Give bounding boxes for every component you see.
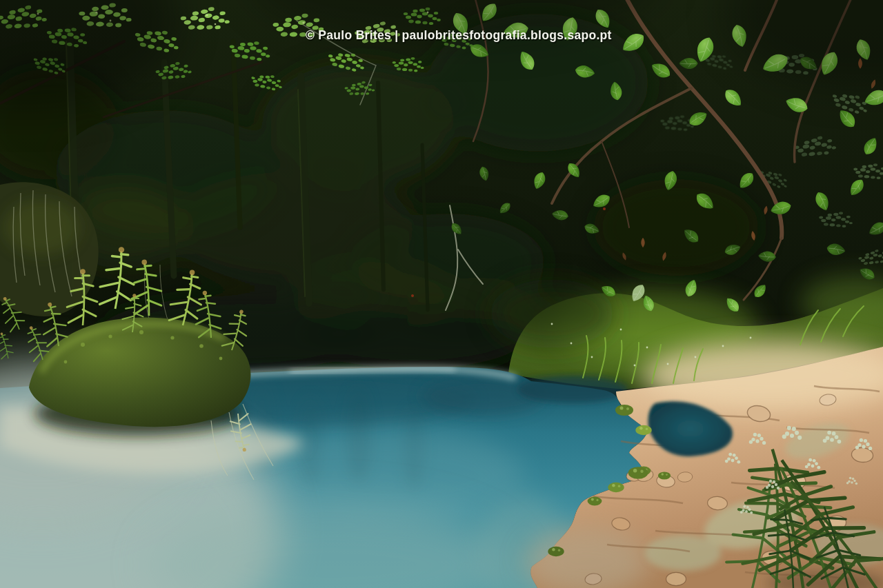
watermark-text: © Paulo Brites | paulobritesfotografia.b… <box>306 28 612 42</box>
moss-clump <box>588 497 602 506</box>
photo: © Paulo Brites | paulobritesfotografia.b… <box>0 0 883 588</box>
shadow-patch <box>593 179 759 276</box>
red-speck <box>411 294 414 297</box>
moss-clump <box>635 425 651 435</box>
shadow-patch <box>262 62 455 186</box>
red-speck <box>603 207 606 210</box>
bank-shadow <box>517 376 628 403</box>
moss-shade <box>490 279 614 348</box>
moss-clump <box>658 472 671 479</box>
photo-canvas: © Paulo Brites | paulobritesfotografia.b… <box>0 0 883 588</box>
stone <box>666 572 686 585</box>
moss-clump <box>628 467 648 479</box>
moss-clump <box>615 405 633 416</box>
watermark: © Paulo Brites | paulobritesfotografia.b… <box>306 28 613 43</box>
moss-clump <box>608 483 624 492</box>
rock-lit-face <box>3 200 79 255</box>
moss-clump <box>548 547 564 556</box>
